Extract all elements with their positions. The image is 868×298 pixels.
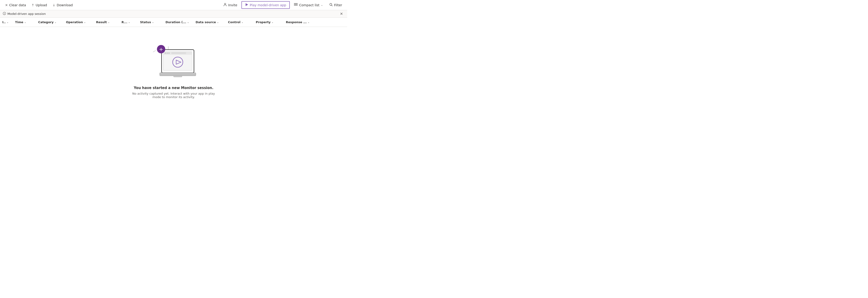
col-category-chevron-icon: ⌄ (54, 21, 56, 23)
svg-rect-2 (294, 4, 298, 5)
col-header-datasource[interactable]: Data source ⌄ (193, 18, 226, 27)
col-duration-chevron-icon: ⌄ (187, 21, 189, 23)
toolbar: ✕ Clear data ↑ Upload ↓ Download Invite (0, 0, 347, 10)
play-model-driven-app-button[interactable]: Play model-driven app (241, 1, 290, 9)
clear-data-button[interactable]: ✕ Clear data (3, 2, 28, 8)
svg-point-8 (4, 12, 4, 13)
upload-button[interactable]: ↑ Upload (29, 2, 49, 8)
col-header-property[interactable]: Property ⌄ (253, 18, 283, 27)
col-response-chevron-icon: ⌄ (308, 21, 309, 23)
svg-rect-1 (294, 3, 298, 4)
empty-state-subtitle: No activity captured yet. Interact with … (130, 92, 218, 99)
col-header-status[interactable]: Status ⌄ (138, 18, 163, 27)
col-header-category[interactable]: Category ⌄ (36, 18, 64, 27)
info-bar-close-button[interactable]: ✕ (339, 11, 344, 17)
col-header-r[interactable]: R... ⌄ (119, 18, 138, 27)
download-icon: ↓ (53, 3, 55, 7)
svg-point-12 (165, 53, 166, 54)
info-bar: Model-driven app session ✕ (0, 10, 347, 18)
col-header-duration[interactable]: Duration (... ⌄ (163, 18, 193, 27)
toolbar-right: Invite Play model-driven app Compact lis… (221, 1, 344, 9)
svg-point-14 (168, 53, 170, 54)
svg-rect-15 (171, 52, 186, 54)
col-header-time[interactable]: Time ⌄ (13, 18, 36, 27)
invite-button[interactable]: Invite (221, 2, 240, 8)
upload-icon: ↑ (31, 3, 34, 7)
col-time-chevron-icon: ⌄ (24, 21, 26, 23)
col-header-response[interactable]: Response ... ⌄ (283, 18, 320, 27)
compact-list-icon (294, 3, 298, 7)
compact-list-button[interactable]: Compact list ⌄ (292, 2, 325, 8)
play-model-icon (245, 3, 248, 7)
filter-button[interactable]: Filter (327, 2, 344, 8)
col-id-chevron-icon: ⌄ (7, 21, 8, 23)
svg-point-13 (167, 53, 168, 54)
col-property-chevron-icon: ⌄ (272, 21, 273, 23)
col-result-chevron-icon: ⌄ (108, 21, 110, 23)
info-bar-text: Model-driven app session (7, 12, 46, 16)
col-operation-chevron-icon: ⌄ (84, 21, 86, 23)
col-header-id[interactable]: I.. ⌄ (0, 18, 13, 27)
col-status-chevron-icon: ⌄ (152, 21, 154, 23)
col-header-control[interactable]: Control ⌄ (226, 18, 253, 27)
column-headers: I.. ⌄ Time ⌄ Category ⌄ Operation ⌄ Resu… (0, 18, 347, 27)
col-control-chevron-icon: ⌄ (241, 21, 243, 23)
filter-search-icon (330, 3, 333, 7)
info-icon (3, 12, 6, 16)
plus-circle-icon: + (157, 45, 165, 53)
empty-state-title: You have started a new Monitor session. (134, 86, 213, 90)
svg-marker-0 (246, 3, 248, 6)
compact-list-chevron-icon: ⌄ (321, 3, 323, 6)
empty-state-illustration: + + (151, 43, 197, 80)
col-r-chevron-icon: ⌄ (128, 21, 130, 23)
main-content: + + You (0, 27, 347, 115)
clear-icon: ✕ (5, 3, 8, 7)
toolbar-left: ✕ Clear data ↑ Upload ↓ Download (3, 2, 220, 8)
svg-rect-21 (174, 76, 182, 77)
svg-line-5 (332, 5, 333, 6)
col-header-operation[interactable]: Operation ⌄ (64, 18, 94, 27)
col-header-result[interactable]: Result ⌄ (94, 18, 119, 27)
svg-rect-3 (294, 5, 298, 5)
invite-icon (223, 3, 227, 7)
col-datasource-chevron-icon: ⌄ (217, 21, 219, 23)
download-button[interactable]: ↓ Download (50, 2, 75, 8)
